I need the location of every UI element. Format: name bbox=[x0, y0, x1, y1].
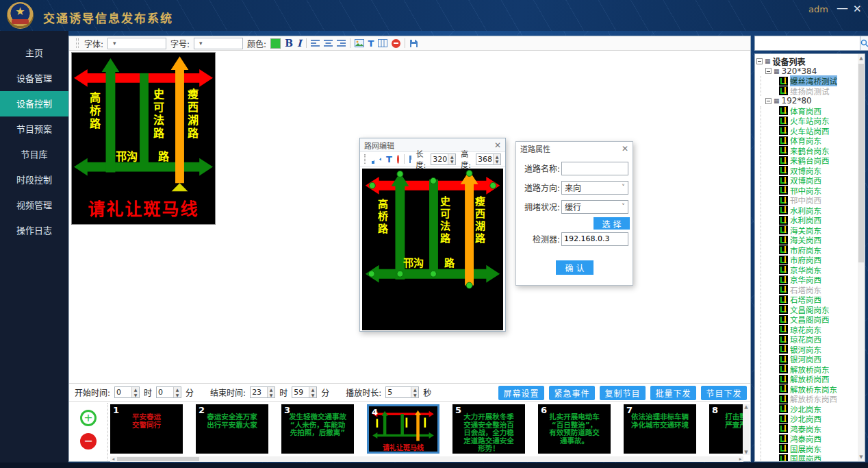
device-item[interactable]: 海关岗西 bbox=[779, 235, 857, 245]
control-point[interactable] bbox=[397, 271, 403, 277]
program-thumbnail[interactable]: 7 依法治理非标车辆净化城市交通环境 bbox=[624, 404, 696, 454]
sidebar-item[interactable]: 操作日志 bbox=[0, 218, 68, 243]
device-item[interactable]: 体育岗西 bbox=[779, 106, 857, 116]
draw-line-icon[interactable] bbox=[372, 155, 374, 164]
detector-input[interactable] bbox=[561, 232, 628, 246]
spin-up-icon[interactable] bbox=[268, 387, 275, 393]
bold-button[interactable]: B bbox=[285, 38, 293, 49]
device-item[interactable]: 国展岗西 bbox=[779, 454, 857, 462]
sidebar-item[interactable]: 节目预案 bbox=[0, 116, 68, 142]
device-item[interactable]: 水利岗西 bbox=[779, 215, 857, 225]
program-thumbnail[interactable]: 5 大力开展秋冬季交通安全整治百日会战，全力稳定道路交通安全形势！ bbox=[452, 404, 525, 454]
color-swatch[interactable] bbox=[270, 38, 281, 49]
device-search-input[interactable] bbox=[754, 36, 860, 51]
italic-button[interactable]: I bbox=[297, 38, 302, 49]
save-icon[interactable] bbox=[409, 39, 418, 48]
program-thumbnail[interactable]: 6 扎实开展电动车“百日整治”，有效预防道路交通事故。 bbox=[538, 404, 611, 454]
device-item[interactable]: 螺丝湾桥测试 bbox=[779, 76, 857, 86]
action-button[interactable]: 屏幕设置 bbox=[498, 386, 544, 400]
spin-down-icon[interactable] bbox=[411, 393, 418, 398]
sidebar-item[interactable]: 主页 bbox=[0, 40, 68, 66]
spin-down-icon[interactable] bbox=[174, 393, 181, 398]
select-button[interactable]: 选 择 bbox=[593, 217, 630, 230]
hscroll-thumb[interactable] bbox=[117, 457, 199, 461]
sidebar-item[interactable]: 设备管理 bbox=[0, 66, 68, 91]
spin-up-icon[interactable] bbox=[448, 154, 455, 160]
device-item[interactable]: 市府岗西 bbox=[779, 255, 857, 265]
font-select[interactable] bbox=[107, 38, 166, 49]
control-point[interactable] bbox=[490, 182, 496, 188]
action-button[interactable]: 紧急事件 bbox=[549, 386, 595, 400]
height-spinner[interactable] bbox=[476, 153, 501, 165]
device-item[interactable]: 文昌阁岗东 bbox=[779, 305, 857, 315]
duration-input[interactable] bbox=[386, 387, 411, 397]
tree-scrollbar[interactable]: ▲ ▼ bbox=[858, 54, 865, 461]
length-spinner[interactable] bbox=[431, 153, 456, 165]
device-item[interactable]: 沙北岗西 bbox=[779, 414, 857, 424]
device-item[interactable]: 来鹤台岗西 bbox=[779, 156, 857, 166]
image-tool-icon[interactable] bbox=[355, 39, 364, 47]
program-thumbnail[interactable]: 4 请礼让斑马线 bbox=[367, 404, 439, 454]
start-hour-input[interactable] bbox=[115, 387, 131, 397]
minimize-button[interactable]: — bbox=[837, 1, 848, 14]
device-item[interactable]: 文昌阁岗西 bbox=[779, 315, 857, 325]
spin-up-icon[interactable] bbox=[494, 154, 500, 160]
device-item[interactable]: 解放桥东岗西 bbox=[779, 394, 857, 404]
device-item[interactable]: 琼花岗西 bbox=[779, 334, 857, 345]
spin-down-icon[interactable] bbox=[448, 159, 455, 164]
username[interactable]: adm bbox=[808, 4, 828, 14]
device-group[interactable]: ▦ 192*80 bbox=[756, 96, 857, 106]
device-item[interactable]: 海关岗东 bbox=[779, 225, 857, 236]
control-point[interactable] bbox=[431, 177, 437, 184]
align-left-icon[interactable] bbox=[311, 40, 320, 47]
device-item[interactable]: 解放桥岗西 bbox=[779, 374, 857, 384]
device-item[interactable]: 水利岗东 bbox=[779, 206, 857, 216]
spin-up-icon[interactable] bbox=[174, 387, 181, 393]
device-item[interactable]: 银河岗西 bbox=[779, 354, 857, 365]
action-button[interactable]: 节目下发 bbox=[701, 386, 747, 400]
control-point[interactable] bbox=[431, 271, 437, 277]
align-right-icon[interactable] bbox=[337, 40, 346, 47]
roadnet-tool-icon[interactable] bbox=[378, 39, 387, 47]
program-thumbnail[interactable]: 8 打击整治“炸严查严惩“机 bbox=[709, 404, 743, 454]
device-item[interactable]: 银河岗东 bbox=[779, 345, 857, 355]
device-item[interactable]: 体育岗东 bbox=[779, 136, 857, 146]
sidebar-item[interactable]: 节目库 bbox=[0, 142, 68, 167]
delete-tool-icon[interactable] bbox=[397, 155, 399, 164]
end-minute-spinner[interactable] bbox=[292, 386, 317, 398]
spin-down-icon[interactable] bbox=[268, 393, 275, 398]
sidebar-item[interactable]: 视频管理 bbox=[0, 193, 68, 218]
device-item[interactable]: 琼花岗东 bbox=[779, 325, 857, 335]
search-button[interactable] bbox=[860, 36, 868, 51]
collapse-icon[interactable] bbox=[765, 68, 771, 74]
roadnet-close-icon[interactable]: ✕ bbox=[494, 140, 501, 150]
device-item[interactable]: 石塔岗西 bbox=[779, 295, 857, 305]
spin-up-icon[interactable] bbox=[411, 387, 418, 393]
add-program-button[interactable]: + bbox=[80, 410, 97, 426]
control-point[interactable] bbox=[466, 282, 472, 288]
duration-spinner[interactable] bbox=[385, 386, 419, 398]
text-tool-icon[interactable]: T bbox=[386, 154, 392, 164]
thumbs-vertical-scrollbar[interactable]: ▲▼ bbox=[743, 404, 750, 455]
device-item[interactable]: 维扬岗测试 bbox=[779, 86, 857, 97]
device-item[interactable]: 国展岗东 bbox=[779, 444, 857, 454]
thumbs-horizontal-scrollbar[interactable]: ◂ ▸ bbox=[110, 456, 743, 462]
delete-tool-icon[interactable] bbox=[392, 39, 400, 48]
device-item[interactable]: 沙北岗东 bbox=[779, 404, 857, 415]
program-thumbnail[interactable]: 2 春运安全连万家出行平安靠大家 bbox=[196, 404, 268, 454]
height-input[interactable] bbox=[476, 154, 493, 164]
device-item[interactable]: 邗中岗西 bbox=[779, 195, 857, 206]
device-item[interactable]: 京华岗西 bbox=[779, 275, 857, 285]
end-hour-spinner[interactable] bbox=[250, 386, 275, 398]
control-point[interactable] bbox=[368, 271, 374, 277]
spin-down-icon[interactable] bbox=[494, 159, 500, 164]
road-name-input[interactable] bbox=[561, 162, 628, 175]
start-minute-spinner[interactable] bbox=[156, 386, 181, 398]
save-icon[interactable] bbox=[409, 155, 411, 164]
road-properties-titlebar[interactable]: 道路属性 ✕ bbox=[516, 142, 633, 156]
sidebar-item[interactable]: 设备控制 bbox=[0, 91, 68, 116]
road-direction-select[interactable]: 来向 bbox=[561, 181, 628, 195]
font-size-select[interactable] bbox=[194, 38, 243, 49]
collapse-icon[interactable] bbox=[765, 98, 771, 104]
spin-up-icon[interactable] bbox=[132, 387, 139, 393]
